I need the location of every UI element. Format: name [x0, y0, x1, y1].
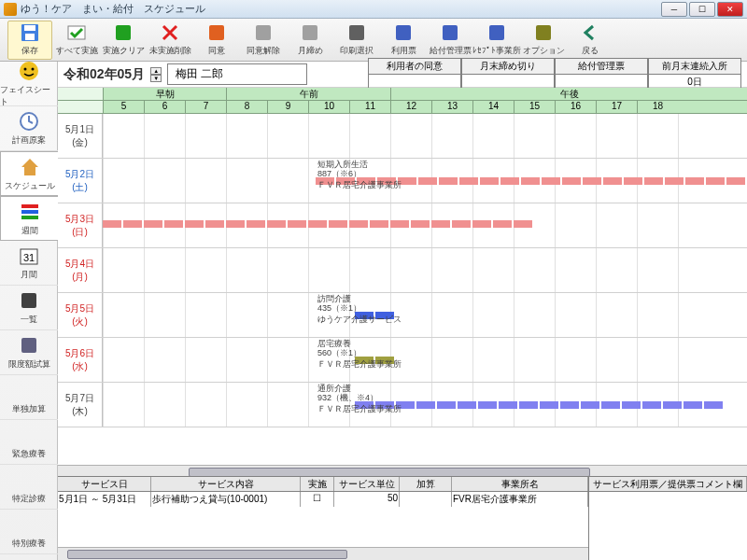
- slip1-icon: [393, 22, 414, 43]
- toolbar-exec-del-button[interactable]: 未実施削除: [148, 21, 192, 60]
- hour-cell: 6: [144, 101, 185, 113]
- titlebar: ゆう！ケア まい・給付 スケジュール ─ ☐ ✕: [0, 0, 747, 19]
- toolbar-exec-all-button[interactable]: すべて実施: [54, 21, 99, 60]
- schedule-bar[interactable]: [355, 401, 725, 409]
- toolbar-month-close-button[interactable]: 月締め: [288, 21, 332, 60]
- day-row[interactable]: 5月4日(月): [58, 248, 747, 293]
- save-icon: [20, 22, 40, 43]
- toolbar-exec-clear-button[interactable]: 実施クリア: [101, 21, 146, 60]
- service-grid: サービス日 サービス内容 実施 サービス単位 加算 事業所名 5月1日 ～ 5月…: [58, 476, 747, 560]
- window-title: ゆう！ケア まい・給付 スケジュール: [21, 2, 661, 16]
- svg-rect-11: [489, 25, 504, 40]
- toolbar-agree-button[interactable]: 同意: [194, 21, 239, 60]
- svg-rect-2: [25, 34, 35, 40]
- bars-icon: [19, 201, 41, 223]
- hour-cell: 9: [267, 101, 308, 113]
- day-label: 5月7日(木): [58, 383, 103, 427]
- svg-rect-19: [21, 216, 38, 219]
- time-period-header: 早朝 午前 午後: [58, 88, 747, 101]
- hour-cell: 17: [596, 101, 637, 113]
- svg-rect-7: [303, 25, 317, 40]
- close-button[interactable]: ✕: [717, 2, 743, 17]
- maximize-button[interactable]: ☐: [689, 2, 715, 17]
- house-icon: [19, 156, 41, 178]
- period-label: 令和02年05月: [63, 66, 145, 83]
- hour-cell: 10: [308, 101, 349, 113]
- period-pm: 午後: [390, 88, 747, 100]
- receipt-icon: [486, 22, 507, 43]
- schedule-body[interactable]: 5月1日(金)5月2日(土)短期入所生活887（※6）ＦＶＲ居宅介護事業所5月3…: [58, 114, 747, 465]
- day-label: 5月2日(土): [58, 159, 103, 203]
- toolbar-agree-cancel-button[interactable]: 同意解除: [241, 21, 286, 60]
- day-label: 5月6日(水): [58, 338, 103, 382]
- app-icon: [4, 3, 17, 16]
- svg-rect-9: [396, 25, 411, 40]
- hour-cell: 13: [431, 101, 472, 113]
- grid-row[interactable]: 5月1日 ～ 5月31日 歩行補助つえ貸与(10-0001) ☐ 50 FVR居…: [58, 492, 588, 507]
- day-label: 5月1日(金): [58, 114, 103, 158]
- day-row[interactable]: 5月1日(金): [58, 114, 747, 159]
- blank-icon: [18, 379, 40, 401]
- toolbar-use-slip-button[interactable]: 利用票: [381, 21, 426, 60]
- blank-icon: [18, 469, 40, 491]
- user-name-field[interactable]: 梅田 二郎: [167, 63, 307, 85]
- sidebar-week-button[interactable]: 週間: [0, 196, 58, 241]
- face-icon: [18, 60, 40, 82]
- svg-rect-18: [21, 210, 38, 214]
- exec-checkbox[interactable]: ☐: [301, 492, 334, 507]
- hour-cell: 8: [226, 101, 267, 113]
- svg-text:31: 31: [23, 252, 35, 263]
- toolbar-option-button[interactable]: オプション: [521, 21, 566, 60]
- check-icon: [66, 22, 87, 43]
- day-row[interactable]: 5月3日(日): [58, 203, 747, 248]
- del-icon: [160, 22, 180, 43]
- sidebar-unit-button[interactable]: 単独加算: [0, 375, 58, 420]
- blank-icon: [18, 424, 40, 446]
- grid-h-scrollbar[interactable]: [58, 547, 588, 560]
- sidebar-facesheet-button[interactable]: フェイスシート: [0, 62, 58, 106]
- sidebar-plan-button[interactable]: 計画原案: [0, 106, 58, 151]
- svg-rect-10: [443, 25, 458, 40]
- status-box: 給付管理票: [555, 58, 648, 91]
- hour-cell: 16: [555, 101, 596, 113]
- sidebar-limit-button[interactable]: 限度額試算: [0, 330, 58, 375]
- toolbar: 保存すべて実施実施クリア未実施削除同意同意解除月締め印刷選択利用票給付管理票ﾚｾ…: [0, 19, 747, 62]
- day-label: 5月5日(火): [58, 293, 103, 337]
- blank-icon: [18, 513, 40, 536]
- sidebar-schedule-button[interactable]: スケジュール: [0, 151, 58, 196]
- schedule-bar[interactable]: [103, 220, 534, 228]
- toolbar-print-sel-button[interactable]: 印刷選択: [334, 21, 379, 60]
- period-spinner[interactable]: ▲▼: [150, 67, 162, 82]
- sidebar-special-care-button[interactable]: 特別療養: [0, 510, 58, 554]
- pencil-x-icon: [253, 22, 274, 43]
- toolbar-receipt-button[interactable]: ﾚｾﾌﾟﾄ事業所: [474, 21, 519, 60]
- period-am: 午前: [226, 88, 390, 100]
- svg-point-14: [24, 67, 27, 70]
- calendar-icon: 31: [18, 245, 40, 267]
- toolbar-benefit-slip-button[interactable]: 給付管理票: [428, 21, 472, 60]
- sidebar-special-med-button[interactable]: 特定診療: [0, 465, 58, 510]
- svg-rect-22: [21, 293, 36, 308]
- period-early: 早朝: [103, 88, 226, 100]
- svg-rect-17: [21, 204, 38, 208]
- back-icon: [580, 22, 600, 43]
- print-icon: [346, 22, 367, 43]
- toolbar-back-button[interactable]: 戻る: [568, 21, 613, 60]
- status-box: 利用者の同意: [368, 58, 461, 91]
- minimize-button[interactable]: ─: [661, 2, 687, 17]
- hour-header: 56789101112131415161718: [58, 101, 747, 114]
- gear-icon: [533, 22, 554, 43]
- day-row[interactable]: 5月5日(火)訪問介護435（※1）ゆうケア介護サービス: [58, 293, 747, 338]
- content-area: 令和02年05月 ▲▼ 梅田 二郎 利用者の同意月末締め切り給付管理票前月末連続…: [58, 62, 747, 560]
- horizontal-scrollbar[interactable]: [58, 465, 747, 476]
- svg-rect-4: [116, 25, 131, 40]
- toolbar-save-button[interactable]: 保存: [7, 21, 52, 60]
- sidebar-emergency-button[interactable]: 緊急療養: [0, 420, 58, 465]
- sidebar-list-button[interactable]: 一覧: [0, 286, 58, 330]
- day-row[interactable]: 5月7日(木)通所介護932（機、※4）ＦＶＲ居宅介護事業所: [58, 383, 747, 427]
- day-row[interactable]: 5月2日(土)短期入所生活887（※6）ＦＶＲ居宅介護事業所: [58, 159, 747, 203]
- sidebar-month-button[interactable]: 31月間: [0, 241, 58, 286]
- hour-cell: 18: [637, 101, 678, 113]
- hour-cell: 7: [185, 101, 226, 113]
- day-row[interactable]: 5月6日(水)居宅療養560（※1）ＦＶＲ居宅介護事業所: [58, 338, 747, 383]
